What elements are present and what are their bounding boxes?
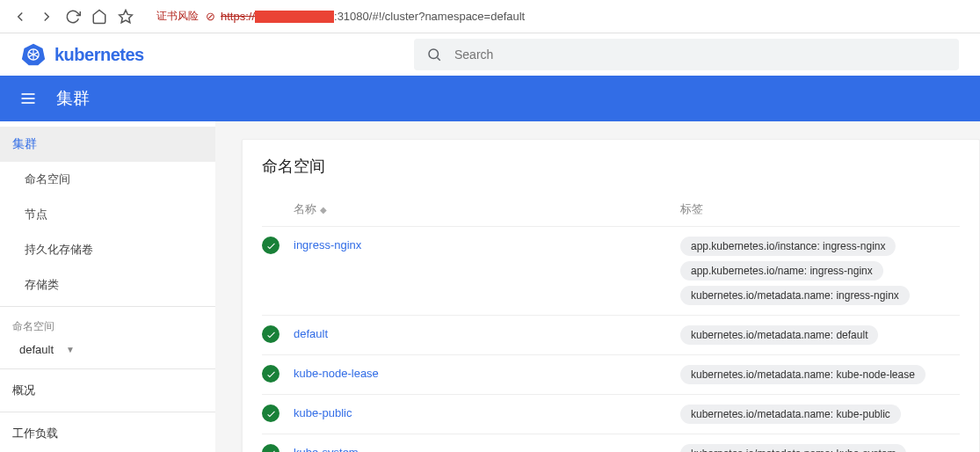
table-row: ingress-nginxapp.kubernetes.io/instance:… xyxy=(262,226,960,315)
logo-area[interactable]: kubernetes xyxy=(21,42,144,67)
table-row: kube-node-leasekubernetes.io/metadata.na… xyxy=(262,354,960,394)
url-redacted-host xyxy=(255,11,334,23)
sidebar-item-workloads[interactable]: 工作负载 xyxy=(0,416,215,451)
label-chip: kubernetes.io/metadata.name: default xyxy=(680,325,878,345)
page-title: 集群 xyxy=(56,87,90,110)
column-name-header[interactable]: 名称 ◆ xyxy=(294,201,680,217)
reload-button[interactable] xyxy=(60,4,86,30)
lock-broken-icon: ⊘ xyxy=(206,10,215,23)
label-chip: kubernetes.io/metadata.name: kube-public xyxy=(680,405,901,424)
url-suffix: :31080/#!/cluster?namespace=default xyxy=(334,10,525,23)
namespace-value: default xyxy=(19,343,54,356)
title-bar: 集群 xyxy=(0,76,980,121)
status-ok-icon xyxy=(262,325,279,343)
namespace-link[interactable]: ingress-nginx xyxy=(294,237,361,252)
sidebar-sub-item[interactable]: 存储类 xyxy=(0,267,215,303)
sidebar: 集群 命名空间节点持久化存储卷存储类 命名空间 default ▼ 概况 工作负… xyxy=(0,121,215,452)
sidebar-item-overview[interactable]: 概况 xyxy=(0,373,215,408)
divider xyxy=(0,412,215,412)
namespace-link[interactable]: kube-public xyxy=(294,405,352,419)
card-title: 命名空间 xyxy=(262,156,960,177)
address-bar[interactable]: 证书风险 ⊘ https:// :31080/#!/cluster?namesp… xyxy=(156,9,973,24)
search-box[interactable] xyxy=(414,39,959,70)
column-labels-header: 标签 xyxy=(680,201,960,217)
kubernetes-logo-icon xyxy=(21,42,46,67)
url-protocol: https:// xyxy=(221,10,255,23)
label-chip: kubernetes.io/metadata.name: ingress-ngi… xyxy=(680,286,910,305)
label-chip: app.kubernetes.io/name: ingress-nginx xyxy=(680,261,883,281)
content-area: 集群 命名空间节点持久化存储卷存储类 命名空间 default ▼ 概况 工作负… xyxy=(0,121,980,452)
status-ok-icon xyxy=(262,444,279,452)
table-header: 名称 ◆ 标签 xyxy=(262,194,960,226)
namespace-link[interactable]: default xyxy=(294,325,328,340)
svg-marker-0 xyxy=(120,10,133,22)
forward-button[interactable] xyxy=(33,4,60,30)
sort-icon: ◆ xyxy=(320,205,327,215)
status-ok-icon xyxy=(262,365,279,383)
namespace-selector[interactable]: default ▼ xyxy=(0,338,215,365)
divider xyxy=(0,306,215,307)
table-row: kube-publickubernetes.io/metadata.name: … xyxy=(262,394,960,434)
table-row: defaultkubernetes.io/metadata.name: defa… xyxy=(262,315,960,354)
namespace-link[interactable]: kube-system xyxy=(294,444,359,452)
svg-point-10 xyxy=(429,49,439,59)
label-chip: kubernetes.io/metadata.name: kube-node-l… xyxy=(680,365,926,384)
home-button[interactable] xyxy=(86,4,113,30)
table-row: kube-systemkubernetes.io/metadata.name: … xyxy=(262,434,960,452)
sidebar-item-cluster[interactable]: 集群 xyxy=(0,127,215,162)
sidebar-sub-item[interactable]: 节点 xyxy=(0,197,215,232)
status-ok-icon xyxy=(262,405,279,422)
search-input[interactable] xyxy=(454,47,947,62)
label-chip: app.kubernetes.io/instance: ingress-ngin… xyxy=(680,237,896,256)
cert-warning-label: 证书风险 xyxy=(156,9,199,24)
browser-toolbar: 证书风险 ⊘ https:// :31080/#!/cluster?namesp… xyxy=(0,0,980,33)
namespace-link[interactable]: kube-node-lease xyxy=(294,365,379,380)
svg-line-11 xyxy=(437,57,439,60)
sidebar-sub-item[interactable]: 命名空间 xyxy=(0,162,215,197)
sidebar-section-namespace: 命名空间 xyxy=(0,310,215,338)
status-ok-icon xyxy=(262,237,279,254)
sidebar-sub-item[interactable]: 持久化存储卷 xyxy=(0,232,215,267)
divider xyxy=(0,368,215,369)
namespaces-card: 命名空间 名称 ◆ 标签 ingress-nginxapp.kubernetes… xyxy=(242,139,980,452)
search-icon xyxy=(426,47,442,62)
brand-text: kubernetes xyxy=(54,45,144,65)
main-panel: 命名空间 名称 ◆ 标签 ingress-nginxapp.kubernetes… xyxy=(215,121,980,452)
bookmark-button[interactable] xyxy=(113,4,139,30)
chevron-down-icon: ▼ xyxy=(66,345,75,354)
label-chip: kubernetes.io/metadata.name: kube-system xyxy=(680,444,906,452)
back-button[interactable] xyxy=(7,4,33,30)
app-header: kubernetes xyxy=(0,33,980,76)
menu-icon[interactable] xyxy=(19,90,37,107)
